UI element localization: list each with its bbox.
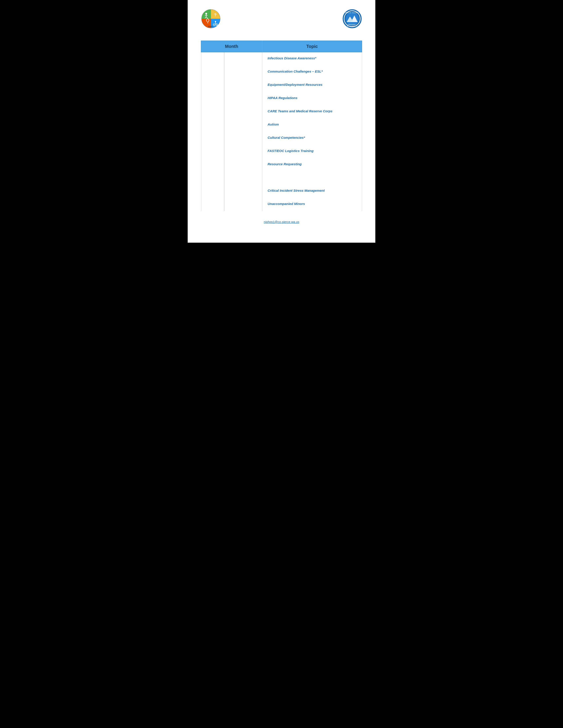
month-column-header: Month	[201, 41, 262, 52]
svg-text:FAST: FAST	[208, 25, 213, 28]
table-row: FAST/EOC Logistics Training	[201, 145, 362, 158]
topic-label: Cultural Competencies*	[262, 132, 362, 143]
topic-label: Infectious Disease Awareness*	[262, 52, 362, 64]
topic-cell: Equipment/Deployment Resources	[262, 79, 362, 92]
topic-cell: Resource Requesting	[262, 158, 362, 171]
topic-cell: Autism	[262, 118, 362, 132]
table-row: Critical Incident Stress Management	[201, 185, 362, 198]
page: FAST ?	[188, 0, 375, 243]
month-cell	[201, 52, 224, 66]
topic-cell: Cultural Competencies*	[262, 132, 362, 145]
svg-text:MANAGEMENT: MANAGEMENT	[347, 25, 357, 27]
topic-cell: Infectious Disease Awareness*	[262, 52, 362, 66]
topic-label: Critical Incident Stress Management	[262, 185, 362, 196]
table-row: Resource Requesting	[201, 158, 362, 171]
table-row: Cultural Competencies*	[201, 132, 362, 145]
topic-cell: Unaccompanied Minors	[262, 198, 362, 211]
topic-label: Resource Requesting	[262, 158, 362, 170]
topic-label: Equipment/Deployment Resources	[262, 79, 362, 90]
topic-label: CARE Teams and Medical Reserve Corps	[262, 105, 362, 117]
email-link[interactable]: njphqs1@co.pierce.wa.us	[264, 220, 300, 224]
month-cell	[201, 92, 224, 105]
table-row: HIPAA Regulations	[201, 92, 362, 105]
fast-logo: FAST ?	[201, 9, 221, 30]
header: FAST ?	[201, 9, 362, 30]
svg-text:EMERGENCY: EMERGENCY	[348, 24, 357, 25]
svg-point-4	[205, 13, 207, 15]
topic-column-header: Topic	[262, 41, 362, 52]
month-cell	[201, 118, 224, 132]
pierce-county-logo: Pierce County EMERGENCY MANAGEMENT	[342, 9, 362, 30]
topic-cell: CARE Teams and Medical Reserve Corps	[262, 105, 362, 118]
month-cell	[201, 66, 224, 79]
month-cell	[201, 132, 224, 145]
month-cell	[201, 198, 224, 211]
svg-point-16	[346, 12, 359, 25]
topic-label: FAST/EOC Logistics Training	[262, 145, 362, 157]
topic-cell	[262, 171, 362, 185]
svg-point-10	[215, 21, 216, 22]
main-table: Month Topic Infectious Disease Awareness…	[201, 41, 362, 211]
topic-label: Unaccompanied Minors	[262, 198, 362, 210]
svg-text:Pierce County: Pierce County	[346, 12, 359, 14]
month-cell	[201, 79, 224, 92]
table-row	[201, 171, 362, 185]
footer: njphqs1@co.pierce.wa.us	[201, 220, 362, 224]
month-cell	[201, 158, 224, 171]
month-cell	[201, 185, 224, 198]
topic-label: HIPAA Regulations	[262, 92, 362, 104]
topic-label: Autism	[262, 118, 362, 130]
table-row: Infectious Disease Awareness*	[201, 52, 362, 66]
topic-cell: Communication Challenges – ESL*	[262, 66, 362, 79]
table-row: CARE Teams and Medical Reserve Corps	[201, 105, 362, 118]
month-cell	[201, 105, 224, 118]
table-row: Communication Challenges – ESL*	[201, 66, 362, 79]
table-row: Unaccompanied Minors	[201, 198, 362, 211]
topic-cell: Critical Incident Stress Management	[262, 185, 362, 198]
topic-cell: FAST/EOC Logistics Training	[262, 145, 362, 158]
table-row: Equipment/Deployment Resources	[201, 79, 362, 92]
topic-cell: HIPAA Regulations	[262, 92, 362, 105]
svg-text:?: ?	[214, 13, 216, 17]
month-cell	[201, 171, 224, 185]
topic-label: Communication Challenges – ESL*	[262, 66, 362, 77]
month-cell	[201, 145, 224, 158]
table-row: Autism	[201, 118, 362, 132]
